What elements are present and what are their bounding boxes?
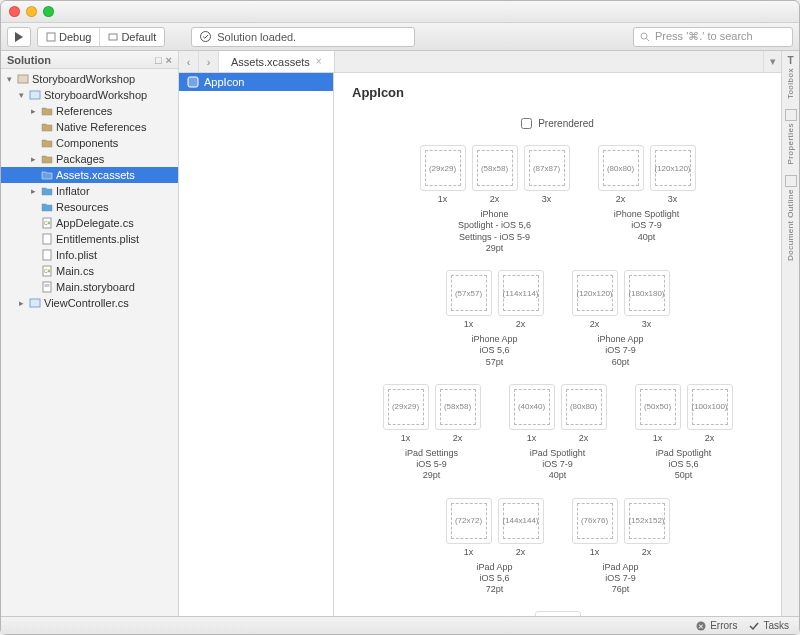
solution-header: Solution □ × (1, 51, 178, 69)
file-icon (41, 169, 53, 181)
errors-button[interactable]: ✕ Errors (696, 620, 737, 631)
tab-assets[interactable]: Assets.xcassets × (219, 51, 335, 72)
tab-overflow-button[interactable]: ▾ (763, 51, 781, 72)
rail-properties[interactable]: Properties (785, 109, 797, 164)
svg-rect-15 (45, 284, 50, 287)
panel-pin-icon[interactable]: □ (155, 54, 162, 66)
icon-slot[interactable]: (29x29) (420, 145, 466, 191)
asset-appicon[interactable]: AppIcon (179, 73, 333, 91)
tree-node[interactable]: C#AppDelegate.cs (1, 215, 178, 231)
icon-slot[interactable]: (80x80) (598, 145, 644, 191)
icon-slot[interactable]: (80x80) (561, 384, 607, 430)
icon-slot[interactable]: (114x114) (498, 270, 544, 316)
icon-slot[interactable]: (72x72) (446, 498, 492, 544)
minimize-icon[interactable] (26, 6, 37, 17)
icon-slot[interactable]: (76x76) (572, 498, 618, 544)
icon-group: (57x57)1x(114x114)2xiPhone AppiOS 5,657p… (446, 270, 544, 368)
nav-back-button[interactable]: ‹ (179, 51, 199, 72)
asset-title: AppIcon (352, 85, 763, 100)
file-icon (41, 249, 53, 261)
disclosure-icon[interactable]: ▸ (29, 186, 38, 196)
file-icon (41, 137, 53, 149)
icon-slot[interactable]: (180x180) (624, 270, 670, 316)
svg-rect-11 (43, 250, 51, 260)
group-caption: iPhoneSpotlight - iOS 5,6Settings - iOS … (458, 209, 531, 254)
disclosure-icon[interactable]: ▸ (29, 106, 38, 116)
file-icon (41, 201, 53, 213)
tree-node[interactable]: Assets.xcassets (1, 167, 178, 183)
icon-slot[interactable]: (58x58) (435, 384, 481, 430)
icon-slot[interactable]: (120x120) (572, 270, 618, 316)
disclosure-icon[interactable]: ▸ (17, 298, 26, 308)
rail-document-outline[interactable]: Document Outline (785, 175, 797, 261)
tasks-button[interactable]: Tasks (749, 620, 789, 631)
icon-slot[interactable]: (58x58) (472, 145, 518, 191)
icon-slot[interactable]: (57x57) (446, 270, 492, 316)
tree-node[interactable]: ▾StoryboardWorkshop (1, 87, 178, 103)
icon-group: (29x29)1x(58x58)2x(87x87)3xiPhoneSpotlig… (420, 145, 570, 254)
tree-label: StoryboardWorkshop (44, 89, 147, 101)
error-icon: ✕ (696, 621, 706, 631)
tab-close-icon[interactable]: × (316, 56, 322, 67)
slot-scale: 2x (453, 433, 463, 443)
nav-forward-button[interactable]: › (199, 51, 219, 72)
tree-label: ViewController.cs (44, 297, 129, 309)
tree-node[interactable]: Info.plist (1, 247, 178, 263)
traffic-lights (9, 6, 54, 17)
icon-slot[interactable]: (87x87) (524, 145, 570, 191)
tree-node[interactable]: ▾StoryboardWorkshop (1, 71, 178, 87)
group-caption: iPhone SpotlightiOS 7-940pt (614, 209, 680, 243)
icon-slot[interactable]: (50x50) (635, 384, 681, 430)
icon-slot[interactable]: (120x120) (650, 145, 696, 191)
tree-node[interactable]: ▸Inflator (1, 183, 178, 199)
success-icon (200, 31, 211, 42)
titlebar[interactable] (1, 1, 799, 23)
svg-rect-7 (30, 91, 40, 99)
tree-node[interactable]: Main.storyboard (1, 279, 178, 295)
svg-marker-0 (15, 32, 23, 42)
slot-scale: 1x (438, 194, 448, 204)
tree-node[interactable]: Entitlements.plist (1, 231, 178, 247)
tree-node[interactable]: ▸Packages (1, 151, 178, 167)
run-button[interactable] (7, 27, 31, 47)
disclosure-icon[interactable]: ▾ (5, 74, 14, 84)
icon-slot[interactable]: (40x40) (509, 384, 555, 430)
zoom-icon[interactable] (43, 6, 54, 17)
svg-rect-2 (109, 34, 117, 40)
svg-text:C#: C# (44, 220, 51, 226)
icon-row: (57x57)1x(114x114)2xiPhone AppiOS 5,657p… (446, 270, 670, 368)
icon-slot[interactable]: (100x100) (687, 384, 733, 430)
tree-label: References (56, 105, 112, 117)
tree-node[interactable]: ▸ViewController.cs (1, 295, 178, 311)
tree-node[interactable]: Components (1, 135, 178, 151)
tree-node[interactable]: Resources (1, 199, 178, 215)
search-input[interactable]: Press '⌘.' to search (633, 27, 793, 47)
file-icon (41, 105, 53, 117)
icon-slot[interactable]: (144x144) (498, 498, 544, 544)
slot-scale: 1x (590, 547, 600, 557)
icon-group: (40x40)1x(80x80)2xiPad SpotlightiOS 7-94… (509, 384, 607, 482)
svg-line-5 (646, 38, 649, 41)
icon-group: (72x72)1x(144x144)2xiPad AppiOS 5,672pt (446, 498, 544, 596)
disclosure-icon[interactable]: ▾ (17, 90, 26, 100)
tree-label: AppDelegate.cs (56, 217, 134, 229)
group-caption: iPad SpotlightiOS 5,650pt (656, 448, 712, 482)
close-icon[interactable] (9, 6, 20, 17)
tree-node[interactable]: C#Main.cs (1, 263, 178, 279)
prerendered-checkbox[interactable] (521, 118, 532, 129)
disclosure-icon[interactable]: ▸ (29, 154, 38, 164)
asset-canvas[interactable]: AppIcon Prerendered (29x29)1x(58x58)2x(8… (334, 73, 781, 616)
tree-label: Resources (56, 201, 109, 213)
icon-group: (80x80)2x(120x120)3xiPhone SpotlightiOS … (598, 145, 696, 254)
icon-slot[interactable]: (29x29) (383, 384, 429, 430)
tree-node[interactable]: ▸References (1, 103, 178, 119)
icon-slot[interactable]: (152x152) (624, 498, 670, 544)
run-config[interactable]: Debug Default (37, 27, 165, 47)
svg-rect-16 (30, 299, 40, 307)
panel-close-icon[interactable]: × (166, 54, 172, 66)
tree-node[interactable]: Native References (1, 119, 178, 135)
asset-list[interactable]: AppIcon (179, 73, 334, 616)
rail-toolbox[interactable]: T Toolbox (786, 55, 795, 99)
solution-tree[interactable]: ▾StoryboardWorkshop▾StoryboardWorkshop▸R… (1, 69, 178, 313)
tree-label: Packages (56, 153, 104, 165)
